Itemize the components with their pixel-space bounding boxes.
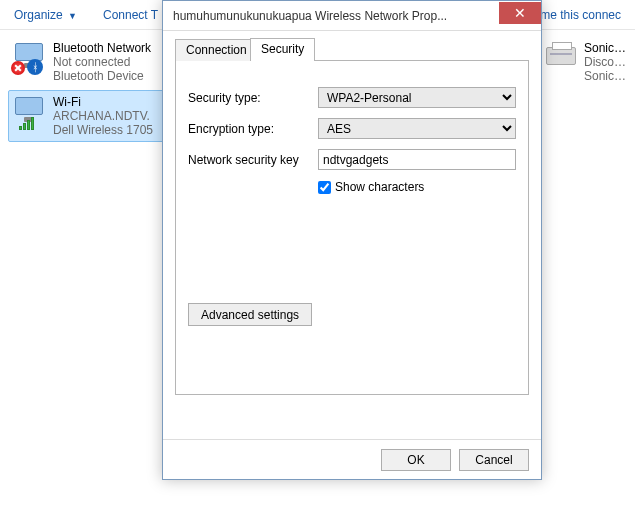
advanced-settings-button[interactable]: Advanced settings: [188, 303, 312, 326]
chevron-down-icon: ▼: [68, 11, 77, 21]
network-key-label: Network security key: [188, 153, 318, 167]
encryption-type-select[interactable]: AES: [318, 118, 516, 139]
wireless-properties-dialog: humuhumunukunukuapua Wireless Network Pr…: [162, 0, 542, 480]
network-item-wifi[interactable]: Wi-Fi ARCHANA.NDTV. Dell Wireless 1705: [8, 90, 168, 142]
network-item-status: Not connected: [53, 55, 151, 69]
network-item-device: SonicWALL I: [584, 69, 630, 83]
ok-button[interactable]: OK: [381, 449, 451, 471]
dialog-tabs: Connection Security: [175, 39, 529, 61]
network-item-title: Bluetooth Network: [53, 41, 151, 55]
network-item-device: Bluetooth Device: [53, 69, 151, 83]
cancel-button[interactable]: Cancel: [459, 449, 529, 471]
security-type-select[interactable]: WPA2-Personal: [318, 87, 516, 108]
network-key-input[interactable]: [318, 149, 516, 170]
toolbar-organize[interactable]: Organize ▼: [8, 6, 83, 24]
encryption-type-label: Encryption type:: [188, 122, 318, 136]
vpn-adapter-icon: [544, 41, 578, 75]
network-item-sonicwall[interactable]: SonicWALL I Disconnecte SonicWALL I: [539, 36, 635, 88]
bluetooth-icon: ᚼ: [27, 59, 43, 75]
network-item-title: Wi-Fi: [53, 95, 153, 109]
dialog-titlebar: humuhumunukunukuapua Wireless Network Pr…: [163, 1, 541, 31]
network-item-title: SonicWALL I: [584, 41, 630, 55]
network-item-bluetooth[interactable]: ᚼ Bluetooth Network Not connected Blueto…: [8, 36, 168, 88]
wifi-signal-icon: [19, 117, 34, 130]
security-type-label: Security type:: [188, 91, 318, 105]
toolbar-organize-label: Organize: [14, 8, 63, 22]
dialog-title: humuhumunukunukuapua Wireless Network Pr…: [173, 9, 451, 23]
tab-security[interactable]: Security: [250, 38, 315, 61]
tab-panel-security: Security type: WPA2-Personal Encryption …: [175, 60, 529, 395]
error-badge-icon: [11, 61, 25, 75]
wifi-adapter-icon: [13, 95, 47, 129]
toolbar-connect-to[interactable]: Connect T: [97, 6, 164, 24]
close-icon: ✕: [514, 5, 526, 21]
close-button[interactable]: ✕: [499, 2, 541, 24]
show-characters-label: Show characters: [335, 180, 424, 194]
network-item-status: ARCHANA.NDTV.: [53, 109, 153, 123]
show-characters-checkbox[interactable]: [318, 181, 331, 194]
bluetooth-adapter-icon: ᚼ: [13, 41, 47, 75]
dialog-button-row: OK Cancel: [163, 439, 541, 479]
tab-connection[interactable]: Connection: [175, 39, 258, 61]
network-item-status: Disconnecte: [584, 55, 630, 69]
network-item-device: Dell Wireless 1705: [53, 123, 153, 137]
